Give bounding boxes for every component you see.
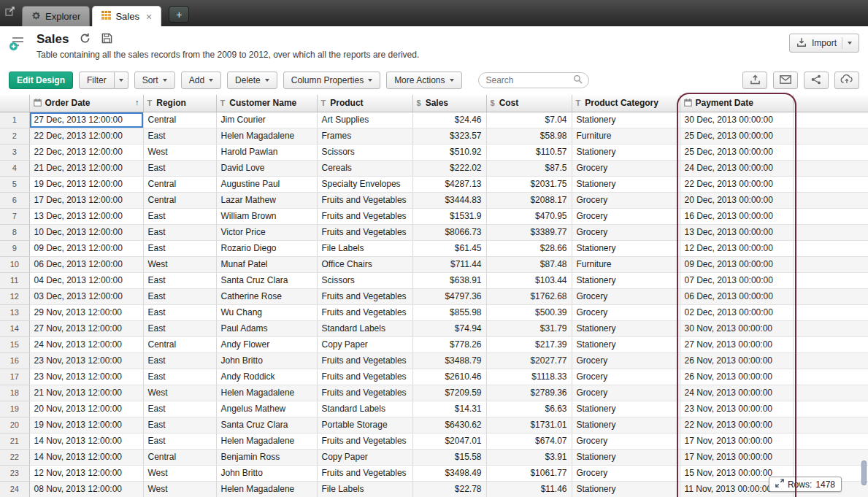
cell[interactable]: $4287.13	[412, 176, 486, 192]
cell[interactable]: Portable Storage	[317, 417, 412, 433]
cell[interactable]: Art Supplies	[317, 112, 412, 128]
cell[interactable]: 07 Dec, 2013 00:00:00	[680, 272, 793, 288]
row-number[interactable]: 18	[0, 385, 29, 401]
cell[interactable]: 17 Dec, 2013 12:00:00	[29, 192, 143, 208]
cell[interactable]: Copy Paper	[317, 449, 412, 465]
vertical-scrollbar-thumb[interactable]	[861, 461, 867, 485]
cell[interactable]: 29 Nov, 2013 12:00:00	[29, 304, 143, 320]
column-properties-button[interactable]: Column Properties	[283, 72, 380, 89]
tab-sales[interactable]: Sales ×	[92, 6, 161, 26]
row-number[interactable]: 4	[0, 160, 29, 176]
cell[interactable]: 25 Dec, 2013 00:00:00	[680, 144, 793, 160]
cell[interactable]: 26 Nov, 2013 00:00:00	[680, 369, 793, 385]
cell[interactable]: 02 Dec, 2013 00:00:00	[680, 304, 793, 320]
cell[interactable]: Fruits and Vegetables	[317, 192, 412, 208]
cell[interactable]: $6.63	[486, 401, 572, 417]
cell[interactable]: Office Chairs	[317, 256, 412, 272]
cell[interactable]: John Britto	[216, 465, 317, 481]
cell[interactable]: File Labels	[317, 240, 412, 256]
cell[interactable]: 23 Nov, 2013 00:00:00	[680, 401, 793, 417]
sort-ascending-icon[interactable]: ↑	[135, 98, 139, 107]
cell[interactable]: $4797.36	[412, 288, 486, 304]
cell[interactable]: 27 Nov, 2013 00:00:00	[680, 336, 793, 352]
cell[interactable]: 17 Nov, 2013 00:00:00	[680, 449, 793, 465]
cell[interactable]: Jim Courier	[216, 112, 317, 128]
cell[interactable]: $15.58	[412, 449, 486, 465]
cell[interactable]: $8066.73	[412, 224, 486, 240]
cell[interactable]: 26 Nov, 2013 00:00:00	[680, 352, 793, 369]
sort-button[interactable]: Sort	[134, 72, 175, 89]
row-number[interactable]: 21	[0, 433, 29, 449]
cell[interactable]: Wu Chang	[216, 304, 317, 320]
cell[interactable]: $778.26	[412, 336, 486, 352]
cell[interactable]: 19 Dec, 2013 12:00:00	[29, 176, 143, 192]
cell[interactable]: Frames	[317, 128, 412, 144]
cell[interactable]: 13 Dec, 2013 00:00:00	[680, 224, 793, 240]
cell[interactable]: Fruits and Vegetables	[317, 385, 412, 401]
cell[interactable]: Benjamin Ross	[216, 449, 317, 465]
column-header-payment-date[interactable]: Payment Date	[680, 95, 793, 112]
search-input[interactable]	[485, 74, 573, 86]
cell[interactable]: Scissors	[317, 144, 412, 160]
cell[interactable]: 09 Dec, 2013 12:00:00	[29, 240, 143, 256]
add-tab-button[interactable]: +	[169, 6, 189, 23]
cell[interactable]: East	[143, 352, 216, 369]
cell[interactable]: Stationery	[572, 320, 680, 336]
cell[interactable]: $28.66	[486, 240, 572, 256]
cell[interactable]: File Labels	[317, 481, 412, 497]
cell[interactable]: $1118.33	[486, 369, 572, 385]
column-header-region[interactable]: TRegion	[143, 95, 216, 112]
cell[interactable]: $510.92	[412, 144, 486, 160]
email-button[interactable]	[773, 72, 798, 89]
import-button[interactable]: Import	[789, 34, 859, 53]
cell[interactable]: Fruits and Vegetables	[317, 465, 412, 481]
cell[interactable]: 22 Dec, 2013 12:00:00	[29, 144, 143, 160]
cell[interactable]: West	[143, 465, 216, 481]
column-header-product[interactable]: TProduct	[317, 95, 412, 112]
cell[interactable]: 22 Dec, 2013 00:00:00	[680, 176, 793, 192]
cell[interactable]: Furniture	[572, 256, 680, 272]
cell[interactable]: 16 Dec, 2013 00:00:00	[680, 208, 793, 224]
cell[interactable]: 20 Nov, 2013 12:00:00	[29, 401, 143, 417]
cell[interactable]: 21 Dec, 2013 12:00:00	[29, 160, 143, 176]
cell[interactable]: Rozario Diego	[216, 240, 317, 256]
cell[interactable]: $3498.49	[412, 465, 486, 481]
cell[interactable]: Victor Price	[216, 224, 317, 240]
column-header-customer-name[interactable]: TCustomer Name	[216, 95, 317, 112]
more-actions-button[interactable]: More Actions	[386, 72, 461, 89]
delete-button[interactable]: Delete	[227, 72, 277, 89]
cell[interactable]: East	[143, 224, 216, 240]
table-menu-add-icon[interactable]	[9, 35, 26, 53]
cell[interactable]: Stationery	[572, 272, 680, 288]
row-number[interactable]: 7	[0, 208, 29, 224]
cell[interactable]: 25 Dec, 2013 00:00:00	[680, 128, 793, 144]
cell[interactable]: $58.98	[486, 128, 572, 144]
cell[interactable]: 10 Dec, 2013 12:00:00	[29, 224, 143, 240]
cell[interactable]: Cereals	[317, 160, 412, 176]
cell[interactable]: $638.91	[412, 272, 486, 288]
row-number[interactable]: 15	[0, 336, 29, 352]
cell[interactable]: 13 Dec, 2013 12:00:00	[29, 208, 143, 224]
cell[interactable]: Stationery	[572, 401, 680, 417]
cell[interactable]: Fruits and Vegetables	[317, 208, 412, 224]
cell[interactable]: 23 Nov, 2013 12:00:00	[29, 352, 143, 369]
cell[interactable]: $470.95	[486, 208, 572, 224]
cell[interactable]: $24.46	[412, 112, 486, 128]
cell[interactable]: Fruits and Vegetables	[317, 304, 412, 320]
row-number[interactable]: 22	[0, 449, 29, 465]
row-number[interactable]: 17	[0, 369, 29, 385]
cell[interactable]: William Brown	[216, 208, 317, 224]
cell[interactable]: $1531.9	[412, 208, 486, 224]
cell[interactable]: 20 Dec, 2013 00:00:00	[680, 192, 793, 208]
cell[interactable]: $674.07	[486, 433, 572, 449]
cell[interactable]: Grocery	[572, 352, 680, 369]
cell[interactable]: East	[143, 288, 216, 304]
cell[interactable]: Fruits and Vegetables	[317, 224, 412, 240]
cell[interactable]: 08 Nov, 2013 12:00:00	[29, 481, 143, 497]
column-header-sales[interactable]: $Sales	[412, 95, 486, 112]
cell[interactable]: East	[143, 304, 216, 320]
cell[interactable]: Andy Roddick	[216, 369, 317, 385]
row-number[interactable]: 8	[0, 224, 29, 240]
cell[interactable]: Andy Flower	[216, 336, 317, 352]
cell[interactable]: $14.31	[412, 401, 486, 417]
